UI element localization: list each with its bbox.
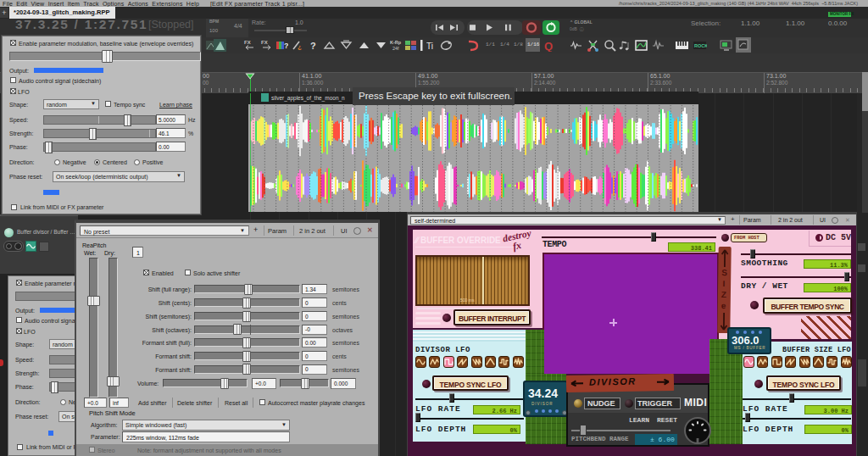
svg-text:?: ? [284,42,288,50]
svg-text:¿: ¿ [298,43,302,51]
svg-text:FX: FX [261,40,268,45]
svg-text:Q: Q [544,40,553,52]
svg-text:FX: FX [244,40,251,45]
svg-text:K-Rp: K-Rp [390,40,402,45]
svg-text:24f: 24f [392,46,399,51]
svg-text:Ti: Ti [426,42,433,51]
svg-text:?: ? [310,41,316,51]
svg-text:ROCK: ROCK [694,43,707,48]
